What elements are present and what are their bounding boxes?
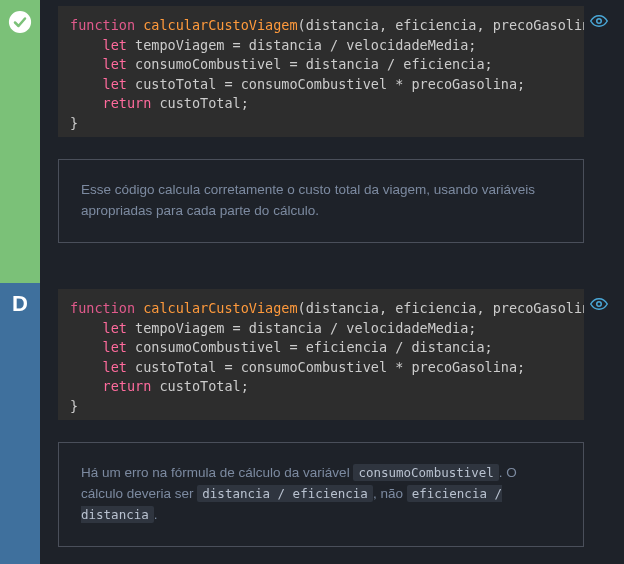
- option-letter: D: [12, 291, 28, 564]
- code-wrap: function calcularCustoViagem(distancia, …: [58, 6, 606, 137]
- eye-icon[interactable]: [590, 12, 608, 34]
- inline-code: distancia / eficiencia: [197, 485, 373, 502]
- panel-content: function calcularCustoViagem(distancia, …: [40, 283, 624, 564]
- answer-panel-d: D function calcularCustoViagem(distancia…: [0, 283, 624, 564]
- explanation-text: Há um erro na fórmula de cálculo da vari…: [81, 464, 517, 523]
- svg-point-2: [597, 302, 602, 307]
- eye-icon[interactable]: [590, 295, 608, 317]
- explanation-box: Há um erro na fórmula de cálculo da vari…: [58, 442, 584, 547]
- inline-code: consumoCombustivel: [353, 464, 498, 481]
- gutter-correct: [0, 0, 40, 283]
- code-block[interactable]: function calcularCustoViagem(distancia, …: [58, 6, 584, 137]
- code-wrap: function calcularCustoViagem(distancia, …: [58, 289, 606, 420]
- answer-panel-correct: function calcularCustoViagem(distancia, …: [0, 0, 624, 283]
- svg-point-0: [10, 12, 30, 32]
- svg-point-1: [597, 19, 602, 24]
- code-block[interactable]: function calcularCustoViagem(distancia, …: [58, 289, 584, 420]
- explanation-text: Esse código calcula corretamente o custo…: [81, 182, 535, 218]
- panel-content: function calcularCustoViagem(distancia, …: [40, 0, 624, 283]
- explanation-box: Esse código calcula corretamente o custo…: [58, 159, 584, 243]
- gutter-option-d: D: [0, 283, 40, 564]
- check-circle-icon: [8, 10, 32, 34]
